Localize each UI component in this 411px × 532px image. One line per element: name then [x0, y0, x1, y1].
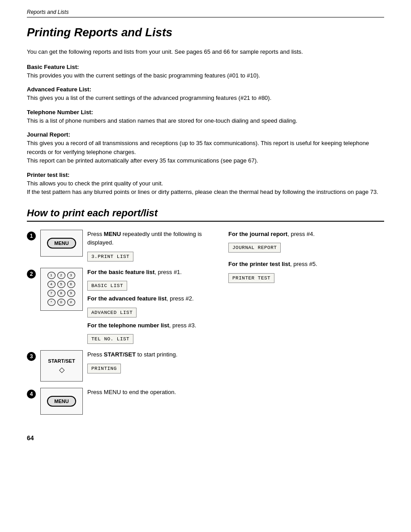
key-hash: #: [67, 299, 75, 306]
section-printer-body: This allows you to check the print quali…: [27, 179, 384, 197]
step-2-basic-label: For the basic feature list, press #1.: [87, 268, 219, 277]
key-4: 4: [47, 281, 56, 288]
section-advanced-body: This gives you a list of the current set…: [27, 94, 384, 103]
step-3-number: 3: [27, 352, 36, 361]
printer-test-label: For the printer test list, press #5.: [228, 260, 384, 269]
section-printer: Printer test list: This allows you to ch…: [27, 172, 384, 197]
step-3-row: 3 START/SET ◇ Press START/SET to start p…: [27, 350, 219, 382]
section-advanced-title: Advanced Feature List:: [27, 86, 384, 93]
section-telephone-body: This is a list of phone numbers and stat…: [27, 116, 384, 125]
step-2-advanced-lcd: ADVANCED LIST: [87, 308, 137, 317]
key-7: 7: [47, 290, 56, 297]
step-2-row: 2 1 2 3 4 5 6 7 8 9 * 0 #: [27, 268, 219, 344]
step-1-lcd: 3.PRINT LIST: [87, 252, 133, 262]
step-3-instruction: Press START/SET to start printing.: [87, 350, 219, 359]
step-2-basic-lcd: BASIC LIST: [87, 281, 127, 291]
key-0: 0: [57, 299, 65, 306]
step-2-number: 2: [27, 270, 36, 279]
step-1-instruction: Press MENU repeatedly until the followin…: [87, 230, 219, 247]
breadcrumb: Reports and Lists: [27, 9, 384, 17]
key-1: 1: [47, 272, 56, 279]
step-4-device: MENU: [40, 388, 83, 415]
step-2-tel-label: For the telephone number list, press #3.: [87, 321, 219, 330]
step-4-row: 4 MENU Press MENU to end the operation.: [27, 388, 219, 415]
step-1-number: 1: [27, 232, 36, 240]
section-advanced: Advanced Feature List: This gives you a …: [27, 86, 384, 103]
step-1-device: MENU: [40, 230, 83, 257]
key-8: 8: [57, 290, 65, 297]
key-star: *: [47, 299, 56, 306]
key-6: 6: [67, 281, 75, 288]
startset-label: START/SET: [48, 358, 75, 364]
how-to-heading: How to print each report/list: [27, 207, 384, 222]
journal-lcd: JOURNAL REPORT: [228, 243, 281, 253]
page-title: Printing Reports and Lists: [27, 26, 384, 39]
menu-button-1: MENU: [47, 238, 76, 249]
section-basic-title: Basic Feature List:: [27, 64, 384, 70]
section-journal-title: Journal Report:: [27, 131, 384, 138]
step-3-lcd: PRINTING: [87, 364, 121, 373]
menu-button-4: MENU: [47, 396, 76, 407]
startset-diamond-icon: ◇: [59, 365, 64, 374]
journal-section: For the journal report, press #4. JOURNA…: [228, 230, 384, 253]
keypad: 1 2 3 4 5 6 7 8 9 * 0 #: [47, 272, 76, 307]
section-journal: Journal Report: This gives you a record …: [27, 131, 384, 165]
intro-text: You can get the following reports and li…: [27, 47, 384, 56]
page-number: 64: [27, 434, 384, 442]
section-basic-body: This provides you with the current setti…: [27, 71, 384, 80]
key-3: 3: [67, 272, 75, 279]
step-2-tel-lcd: TEL NO. LIST: [87, 334, 133, 344]
key-9: 9: [67, 290, 75, 297]
step-4-instruction: Press MENU to end the operation.: [87, 388, 219, 397]
printer-test-section: For the printer test list, press #5. PRI…: [228, 260, 384, 283]
step-4-number: 4: [27, 390, 36, 399]
section-telephone: Telephone Number List: This is a list of…: [27, 109, 384, 125]
journal-label: For the journal report, press #4.: [228, 230, 384, 239]
printer-test-lcd: PRINTER TEST: [228, 273, 274, 283]
key-5: 5: [57, 281, 65, 288]
step-2-advanced-label: For the advanced feature list, press #2.: [87, 294, 219, 303]
section-telephone-title: Telephone Number List:: [27, 109, 384, 116]
section-basic: Basic Feature List: This provides you wi…: [27, 64, 384, 80]
key-2: 2: [57, 272, 65, 279]
step-2-device: 1 2 3 4 5 6 7 8 9 * 0 #: [40, 268, 83, 311]
step-1-row: 1 MENU Press MENU repeatedly until the f…: [27, 230, 219, 262]
step-3-device: START/SET ◇: [40, 350, 83, 382]
section-journal-body: This gives you a record of all transmiss…: [27, 139, 384, 165]
section-printer-title: Printer test list:: [27, 172, 384, 178]
